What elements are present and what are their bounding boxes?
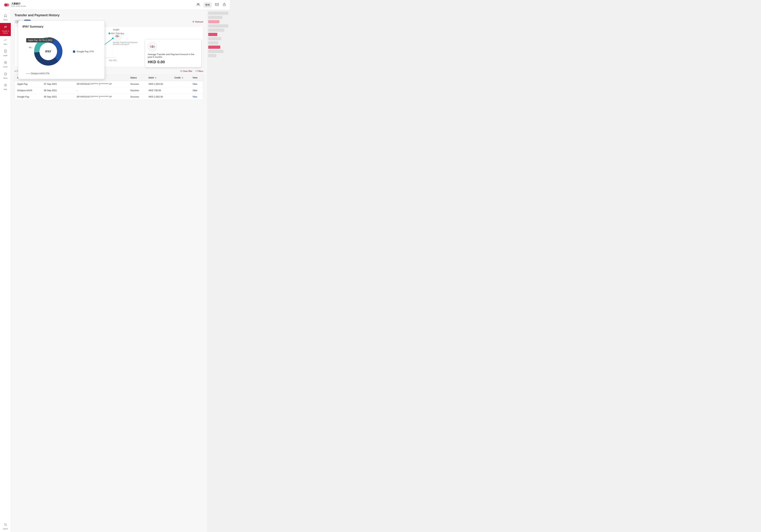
- svg-point-2: [197, 3, 198, 4]
- debit-sort-icon[interactable]: ⇅: [155, 77, 156, 79]
- google-pay-color-swatch: [73, 51, 75, 53]
- wealth-icon: [4, 38, 7, 43]
- svg-marker-12: [4, 73, 7, 75]
- refresh-small-icon: ↻: [180, 70, 182, 73]
- filters-button[interactable]: ▽ Filters: [195, 70, 203, 73]
- insight-card: Insight $ Average Transfer and Payment A…: [113, 28, 143, 45]
- col-credit[interactable]: Credit ⇅: [172, 75, 190, 81]
- rp-bar-10: [208, 50, 223, 53]
- sidebar-item-transfer-label: Transfer &Payme: [2, 30, 9, 34]
- sidebar-item-service[interactable]: Servic: [0, 59, 11, 70]
- filter-icon: ▽: [195, 70, 197, 73]
- cell-date: 06 Sep 2021: [41, 87, 74, 94]
- svg-text:$: $: [151, 45, 153, 48]
- sidebar-item-wealth[interactable]: Wea: [0, 36, 11, 47]
- rp-bar-11: [208, 54, 216, 57]
- svg-text:$: $: [116, 35, 118, 38]
- right-panel: [207, 10, 230, 532]
- sidebar-item-home[interactable]: Home: [0, 12, 11, 23]
- cell-category: Google Pay: [15, 94, 41, 100]
- sidebar-item-wealth-label: Wea: [4, 43, 7, 45]
- svg-point-1: [6, 3, 9, 7]
- donut-chart: Apple Pay: 36.7% (1,003) Ap...: [29, 32, 68, 71]
- svg-point-3: [198, 3, 199, 4]
- sidebar-item-search-label: Search: [3, 528, 8, 530]
- people-icon[interactable]: [196, 2, 200, 7]
- apple-pay-tooltip: Apple Pay: 36.7% (1,003): [26, 38, 54, 42]
- nav-right: 繁體: [196, 2, 226, 7]
- lock-icon[interactable]: [222, 2, 226, 7]
- transfer-icon: [4, 25, 7, 29]
- sidebar-item-home-label: Home: [3, 19, 7, 21]
- cell-date: 05 Sep 2021: [41, 94, 74, 100]
- insight-icon-circle: $: [113, 32, 121, 40]
- sidebar-item-search[interactable]: Search: [0, 521, 11, 532]
- avg-card-title: Average Transfer and Payment Amount in t…: [148, 53, 198, 58]
- cell-credit: [172, 94, 190, 100]
- cell-view: View: [190, 87, 203, 94]
- col-debit[interactable]: Debit ⇅: [146, 75, 172, 81]
- cell-credit: [172, 87, 190, 94]
- page-title: Transfer and Payment History: [15, 14, 203, 17]
- avg-card-icon: $: [148, 42, 157, 51]
- sidebar-item-settings[interactable]: Setti: [0, 81, 11, 92]
- sidebar: Home Transfer &Payme Wea: [0, 10, 11, 532]
- cell-debit: HKD 1,003.00: [146, 81, 172, 87]
- cell-credit: [172, 81, 190, 87]
- logo-area: 大新銀行 DAH SING BANK: [4, 2, 26, 8]
- avg-transfer-card: $ Average Transfer and Payment Amount in…: [145, 39, 201, 67]
- table-body: Apple Pay 07 Sep 2021 SP-PAYEASY P******…: [15, 81, 203, 100]
- cell-view: View: [190, 94, 203, 100]
- svg-rect-5: [223, 4, 225, 6]
- insight-label: Insight: [113, 28, 143, 31]
- service-icon: [4, 61, 7, 65]
- language-button[interactable]: 繁體: [204, 3, 211, 7]
- top-nav: 大新銀行 DAH SING BANK 繁體: [0, 0, 230, 10]
- refresh-button[interactable]: ↻ Refresh: [193, 21, 203, 23]
- table-row: Google Pay 05 Sep 2021 SP-PAYEASY P*****…: [15, 94, 203, 100]
- octopus-aavs-legend: —— Octopus AAVS 27%: [26, 72, 100, 75]
- ipay-summary-title: IPAY Summary: [23, 25, 100, 28]
- cell-merchant: SP-PAYEASY P****** (********** H*: [74, 94, 128, 100]
- bank-logo-icon: [4, 2, 10, 8]
- clear-filter-button[interactable]: ↻ Clear filter: [180, 70, 193, 73]
- apply-icon: [4, 49, 7, 54]
- cell-view: View: [190, 81, 203, 87]
- sidebar-item-rewards-label: Rewa: [3, 77, 7, 79]
- ipay-summary-popup: IPAY Summary Apple Pay: 36.7% (1,003) Ap…: [18, 21, 105, 79]
- donut-legend: Google Pay 37%: [73, 50, 94, 53]
- rp-bar-7: [208, 37, 221, 40]
- apple-label: Ap...: [29, 46, 33, 49]
- sidebar-item-apply-label: Applic: [3, 55, 8, 57]
- search-icon: [4, 523, 7, 527]
- refresh-icon: ↻: [193, 21, 195, 23]
- rp-bar-3: [208, 20, 219, 23]
- sidebar-item-apply[interactable]: Applic: [0, 47, 11, 59]
- svg-rect-4: [215, 3, 218, 6]
- main-content: Transfer and Payment History Tab Tab ↻ R…: [11, 10, 207, 532]
- table-row: Apple Pay 07 Sep 2021 SP-PAYEASY P******…: [15, 81, 203, 87]
- view-link-1[interactable]: View: [193, 89, 197, 92]
- filter-actions: ↻ Clear filter ▽ Filters: [180, 70, 203, 73]
- main-layout: Home Transfer &Payme Wea: [0, 10, 230, 532]
- donut-center-text: IPAY: [45, 50, 51, 53]
- sidebar-item-transfer[interactable]: Transfer &Payme: [0, 23, 11, 36]
- cell-status: Success: [128, 81, 146, 87]
- rp-bar-4: [208, 25, 228, 27]
- rp-bar-5: [208, 28, 224, 32]
- view-link-2[interactable]: View: [193, 96, 197, 98]
- cell-debit: HKD 1,002.00: [146, 94, 172, 100]
- cell-status: Success: [128, 94, 146, 100]
- svg-point-26: [108, 32, 110, 34]
- credit-sort-icon[interactable]: ⇅: [182, 77, 183, 79]
- svg-point-14: [4, 523, 6, 525]
- rp-bar-8: [208, 41, 218, 44]
- sidebar-item-rewards[interactable]: Rewa: [0, 70, 11, 81]
- bank-name: 大新銀行 DAH SING BANK: [11, 2, 26, 7]
- svg-text:Sep 2021: Sep 2021: [109, 59, 117, 61]
- view-link-0[interactable]: View: [193, 83, 197, 85]
- svg-point-11: [5, 62, 6, 63]
- google-pay-legend: Google Pay 37%: [73, 50, 94, 53]
- envelope-icon[interactable]: [215, 2, 219, 7]
- svg-point-13: [5, 84, 6, 86]
